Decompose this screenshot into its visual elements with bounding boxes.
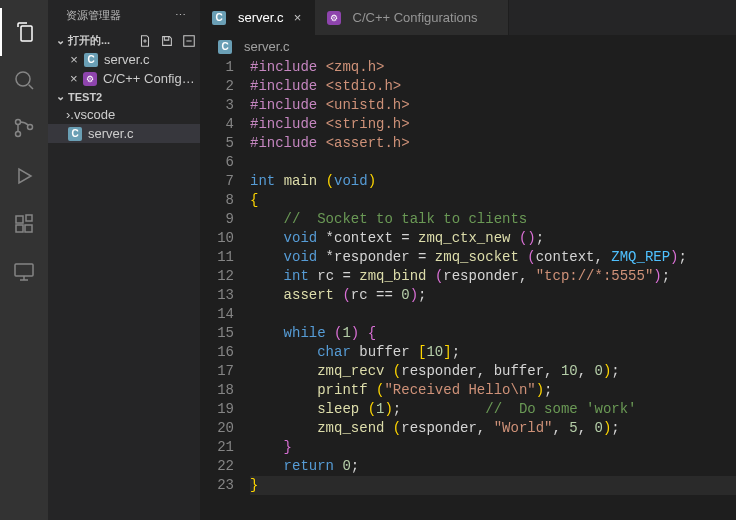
code-line[interactable]: printf ("Received Hello\n"); [250,381,736,400]
code-line[interactable]: char buffer [10]; [250,343,736,362]
code-line[interactable]: return 0; [250,457,736,476]
code-line[interactable] [250,305,736,324]
line-number: 4 [200,115,234,134]
open-editors-label: 打开的... [68,33,110,48]
c-file-icon: C [210,11,228,25]
svg-point-0 [16,72,30,86]
svg-rect-6 [25,225,32,232]
code-line[interactable]: int rc = zmq_bind (responder, "tcp://*:5… [250,267,736,286]
line-number: 17 [200,362,234,381]
tab[interactable]: ⚙C/C++ Configurations [315,0,509,35]
svg-rect-4 [16,216,23,223]
line-number: 23 [200,476,234,495]
code-line[interactable]: } [250,438,736,457]
tab-label: server.c [238,10,284,25]
new-file-icon[interactable] [138,34,152,48]
code-line[interactable]: assert (rc == 0); [250,286,736,305]
code-line[interactable]: #include <zmq.h> [250,58,736,77]
breadcrumb[interactable]: C server.c [200,35,736,58]
code-line[interactable]: // Socket to talk to clients [250,210,736,229]
line-number-gutter: 1234567891011121314151617181920212223 [200,58,250,520]
line-number: 11 [200,248,234,267]
collapse-icon[interactable] [182,34,196,48]
cfg-file-icon: ⚙ [325,11,343,25]
line-number: 18 [200,381,234,400]
svg-point-1 [16,120,21,125]
line-number: 13 [200,286,234,305]
code-line[interactable]: zmq_recv (responder, buffer, 10, 0); [250,362,736,381]
close-icon[interactable]: × [66,71,81,86]
tab[interactable]: Cserver.c× [200,0,315,35]
sidebar-header: 资源管理器 ⋯ [48,0,200,31]
line-number: 14 [200,305,234,324]
cfg-file-icon: ⚙ [81,72,98,86]
c-file-icon: C [82,53,100,67]
line-number: 9 [200,210,234,229]
line-number: 6 [200,153,234,172]
code-line[interactable]: void *context = zmq_ctx_new (); [250,229,736,248]
line-number: 1 [200,58,234,77]
workspace-label: TEST2 [68,91,102,103]
code-line[interactable]: { [250,191,736,210]
more-icon[interactable]: ⋯ [175,9,188,22]
open-editors-header[interactable]: ⌄ 打开的... [48,31,200,50]
search-icon[interactable] [0,56,48,104]
tree-item[interactable]: ›.vscode [48,105,200,124]
svg-point-2 [16,132,21,137]
line-number: 15 [200,324,234,343]
code-line[interactable]: #include <stdio.h> [250,77,736,96]
code-line[interactable] [250,153,736,172]
line-number: 16 [200,343,234,362]
open-editor-label: server.c [104,52,150,67]
run-debug-icon[interactable] [0,152,48,200]
code-line[interactable]: } [250,476,736,495]
code-line[interactable]: while (1) { [250,324,736,343]
code-line[interactable]: zmq_send (responder, "World", 5, 0); [250,419,736,438]
editor-area: Cserver.c×⚙C/C++ Configurations C server… [200,0,736,520]
line-number: 19 [200,400,234,419]
source-control-icon[interactable] [0,104,48,152]
line-number: 3 [200,96,234,115]
code-line[interactable]: void *responder = zmq_socket (context, Z… [250,248,736,267]
file-label: server.c [88,126,134,141]
svg-rect-5 [16,225,23,232]
sidebar-title: 资源管理器 [66,8,121,23]
open-editor-item[interactable]: ×Cserver.c [48,50,200,69]
svg-rect-8 [15,264,33,276]
line-number: 12 [200,267,234,286]
code-line[interactable]: sleep (1); // Do some 'work' [250,400,736,419]
tree-item[interactable]: Cserver.c [48,124,200,143]
explorer-icon[interactable] [0,8,48,56]
line-number: 5 [200,134,234,153]
workspace-header[interactable]: ⌄ TEST2 [48,88,200,105]
line-number: 10 [200,229,234,248]
breadcrumb-label: server.c [244,39,290,54]
sidebar: 资源管理器 ⋯ ⌄ 打开的... ×Cserver.c×⚙C/C++ Confi… [48,0,200,520]
svg-rect-7 [26,215,32,221]
code-line[interactable]: #include <assert.h> [250,134,736,153]
code-content[interactable]: #include <zmq.h>#include <stdio.h>#inclu… [250,58,736,520]
code-line[interactable]: #include <unistd.h> [250,96,736,115]
extensions-icon[interactable] [0,200,48,248]
line-number: 22 [200,457,234,476]
c-file-icon: C [216,40,234,54]
line-number: 8 [200,191,234,210]
line-number: 20 [200,419,234,438]
activity-bar [0,0,48,520]
line-number: 7 [200,172,234,191]
open-editors-actions [138,34,196,48]
open-editors-list: ×Cserver.c×⚙C/C++ Configur... [48,50,200,88]
tab-bar: Cserver.c×⚙C/C++ Configurations [200,0,736,35]
close-icon[interactable]: × [66,52,82,67]
remote-icon[interactable] [0,248,48,296]
save-all-icon[interactable] [160,34,174,48]
line-number: 2 [200,77,234,96]
close-icon[interactable]: × [290,10,306,25]
code-line[interactable]: int main (void) [250,172,736,191]
code-line[interactable]: #include <string.h> [250,115,736,134]
c-file-icon: C [66,127,84,141]
code-area[interactable]: 1234567891011121314151617181920212223 #i… [200,58,736,520]
open-editor-item[interactable]: ×⚙C/C++ Configur... [48,69,200,88]
line-number: 21 [200,438,234,457]
chevron-down-icon: ⌄ [52,90,68,103]
